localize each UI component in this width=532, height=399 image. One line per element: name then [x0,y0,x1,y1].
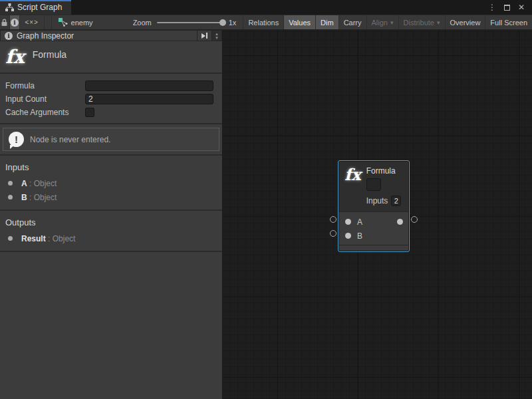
port-type: Object [34,179,57,188]
inputs-section: Inputs A : Object B : Object [0,156,222,209]
inputs-header: Inputs [0,160,222,176]
graph-canvas[interactable]: fx Formula Inputs 2 A [223,30,532,399]
formula-node-title: Formula [366,166,402,176]
values-button[interactable]: Values [284,15,316,29]
tab-label: Script Graph [17,3,62,12]
toolbar-spacer [45,15,52,29]
input-port-a[interactable] [345,219,351,225]
zoom-value: 1x [229,19,237,27]
formula-node-ports: A B [339,211,408,245]
warning-container: ! Node is never entered. [0,124,222,154]
script-graph-window: Script Graph ⋮ ✕ i <×> [0,0,532,399]
relations-button[interactable]: Relations [243,15,284,29]
input-port-b-label: B [357,231,362,241]
carry-button[interactable]: Carry [339,15,367,29]
input-count-row: Input Count 2 [0,92,222,106]
type-separator: : [27,193,34,202]
input-count-input[interactable]: 2 [85,94,213,104]
inspector-title: Graph Inspector [17,31,74,41]
external-connect-point-result[interactable] [411,216,418,223]
fx-icon: fx [5,46,25,68]
dim-button[interactable]: Dim [316,15,339,29]
graph-toolbar: i <×> enemy Zoom 1x Relations Values [0,15,532,30]
tab-script-graph[interactable]: Script Graph [0,0,71,15]
node-formula-input[interactable] [366,178,381,191]
lock-button[interactable] [0,15,10,29]
graph-inspector-panel: i Graph Inspector ▲ ▼ fx Formula [0,30,223,399]
port-type: Object [53,234,76,243]
inspector-empty-area [0,252,222,399]
maximize-icon[interactable] [501,2,512,13]
output-port-result[interactable] [397,219,403,225]
cache-arguments-row: Cache Arguments [0,106,222,119]
inspector-dock-button[interactable] [198,30,212,41]
window-controls: ⋮ ✕ [487,0,532,15]
formula-node-footer [339,245,408,251]
distribute-label: Distribute [404,19,434,27]
port-dot-icon [8,181,13,186]
lock-icon [1,19,8,27]
input-port-a-label: A [357,217,362,227]
tab-active-accent [0,0,71,1]
outputs-header: Outputs [0,215,222,231]
spinner-down-icon[interactable]: ▼ [215,36,219,40]
formula-input[interactable] [85,80,213,91]
zoom-label: Zoom [133,19,152,27]
port-dot-icon [8,195,13,200]
graph-asset-icon [59,18,68,27]
port-name: A [21,179,27,188]
cache-arguments-label: Cache Arguments [5,108,85,117]
formula-field-row: Formula [0,79,222,92]
inspector-fields: Formula Input Count 2 Cache Arguments [0,74,222,123]
input-count-label: Input Count [5,94,85,104]
input-port-b[interactable] [345,233,351,239]
formula-node-header[interactable]: fx Formula Inputs 2 [339,162,408,211]
formula-node[interactable]: fx Formula Inputs 2 A [338,161,409,251]
fullscreen-button[interactable]: Full Screen [485,15,532,29]
type-separator: : [46,234,53,243]
info-icon: i [11,19,19,27]
graph-name-label: enemy [71,19,93,27]
window-menu-icon[interactable]: ⋮ [487,2,497,13]
zoom-control-group: Zoom 1x [100,15,243,29]
align-label: Align [372,19,388,27]
node-type-header: fx Formula [0,41,222,72]
close-icon[interactable]: ✕ [516,2,527,13]
type-separator: : [27,179,34,188]
port-row-result: Result : Object [0,231,222,245]
cache-arguments-checkbox[interactable] [85,108,94,117]
inspector-title-bar[interactable]: i Graph Inspector [0,30,198,41]
info-icon: i [5,32,13,40]
zoom-slider[interactable] [157,22,223,23]
node-port-row-b: B [339,229,408,243]
dim-label: Dim [321,19,334,27]
node-type-title: Formula [33,49,66,60]
code-view-button[interactable]: <×> [20,15,45,29]
values-label: Values [289,19,311,27]
maximize-glyph [504,5,510,11]
port-name: B [21,193,27,202]
port-type: Object [34,193,57,202]
node-inputs-row: Inputs 2 [366,196,402,206]
port-row-b: B : Object [0,190,222,204]
inspector-toggle-button[interactable]: i [10,15,20,29]
warning-text: Node is never entered. [30,135,110,144]
inspector-header: i Graph Inspector ▲ ▼ [0,30,222,41]
external-connect-point-b[interactable] [330,230,336,237]
tab-bar: Script Graph ⋮ ✕ [0,0,532,15]
node-inputs-count-input[interactable]: 2 [391,196,401,206]
node-inputs-label: Inputs [366,196,388,205]
chevron-down-icon: ▾ [390,19,394,26]
overview-button[interactable]: Overview [446,15,486,29]
zoom-slider-handle[interactable] [219,19,226,26]
relations-label: Relations [248,19,279,27]
inspector-scroll-spinner[interactable]: ▲ ▼ [212,30,222,41]
formula-field-label: Formula [5,81,85,90]
graph-breadcrumb[interactable]: enemy [52,15,100,29]
warning-bubble-icon: ! [9,132,24,147]
external-connect-point-a[interactable] [330,216,336,223]
main-area: i Graph Inspector ▲ ▼ fx Formula [0,30,532,399]
node-port-row-a: A [339,215,408,229]
port-row-a: A : Object [0,176,222,190]
align-dropdown: Align ▾ [367,15,399,29]
